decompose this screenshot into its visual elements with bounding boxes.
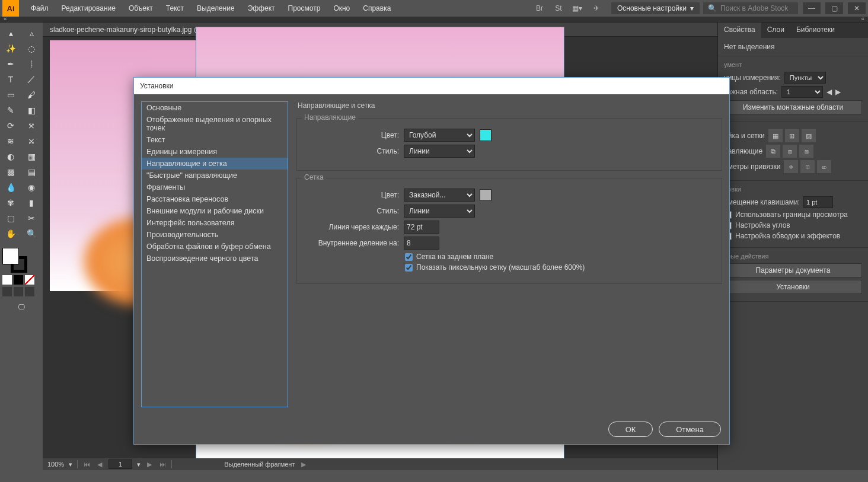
magic-wand-tool[interactable]: ✨	[1, 42, 20, 56]
rectangle-tool[interactable]: ▭	[1, 88, 20, 102]
gradient-tool[interactable]: ▤	[22, 165, 41, 179]
maximize-button[interactable]: ▢	[825, 2, 843, 14]
snap-point-icon[interactable]: ⎆	[784, 160, 798, 173]
menu-effect[interactable]: Эффект	[242, 2, 281, 15]
paintbrush-tool[interactable]: 🖌	[22, 88, 41, 102]
menu-file[interactable]: Файл	[25, 2, 55, 15]
zoom-tool[interactable]: 🔍	[22, 226, 41, 241]
lasso-tool[interactable]: ◌	[22, 42, 41, 56]
first-page-button[interactable]: ⏮	[82, 461, 91, 468]
status-play-icon[interactable]: ▶	[299, 461, 308, 468]
symbol-sprayer-tool[interactable]: ✾	[1, 196, 20, 210]
prefs-cat-slices[interactable]: Фрагменты	[142, 181, 288, 193]
stock-icon[interactable]: St	[551, 2, 566, 14]
type-tool[interactable]: T	[1, 72, 20, 87]
guides-show-icon[interactable]: ⧉	[766, 145, 780, 158]
grid-color-select[interactable]: Заказной...	[404, 189, 475, 202]
artboard-tool[interactable]: ▢	[1, 211, 20, 225]
workspace-switcher[interactable]: Основные настройки▾	[611, 2, 700, 14]
width-tool[interactable]: ≋	[1, 134, 20, 148]
curvature-tool[interactable]: ⦚	[22, 57, 41, 71]
draw-normal-icon[interactable]	[2, 287, 12, 296]
scale-tool[interactable]: ⤧	[22, 119, 41, 133]
none-mode-icon[interactable]	[25, 275, 34, 285]
mesh-tool[interactable]: ▩	[1, 165, 20, 179]
graph-tool[interactable]: ▮	[22, 196, 41, 210]
units-select[interactable]: Пункты	[784, 72, 826, 84]
prev-page-button[interactable]: ◀	[95, 461, 104, 468]
document-params-button[interactable]: Параметры документа	[724, 263, 862, 277]
collapse-left-icon[interactable]: «	[4, 15, 7, 22]
slice-tool[interactable]: ✂	[22, 211, 41, 225]
snap-pixel-icon[interactable]: ⎄	[817, 160, 831, 173]
minimize-button[interactable]: ―	[803, 2, 821, 14]
menu-select[interactable]: Выделение	[191, 2, 241, 15]
prev-artboard-icon[interactable]: ◀	[826, 88, 832, 96]
guides-color-select[interactable]: Голубой	[404, 129, 475, 142]
guides-lock-icon[interactable]: ⧈	[783, 145, 797, 158]
chevron-down-icon[interactable]: ▾	[69, 461, 72, 468]
color-mode-icon[interactable]	[2, 275, 12, 285]
prefs-cat-type[interactable]: Текст	[142, 134, 288, 146]
search-stock-field[interactable]: 🔍 Поиск в Adobe Stock	[703, 2, 798, 14]
tab-layers[interactable]: Слои	[761, 23, 790, 38]
guides-color-swatch[interactable]	[480, 129, 492, 141]
show-pixel-grid-checkbox[interactable]	[405, 264, 413, 272]
hand-tool[interactable]: ✋	[1, 226, 20, 241]
prefs-cat-black[interactable]: Воспроизведение черного цвета	[142, 253, 288, 264]
prefs-cat-file-handling[interactable]: Обработка файлов и буфер обмена	[142, 241, 288, 253]
subdivisions-input[interactable]	[404, 237, 439, 250]
gradient-mode-icon[interactable]	[14, 275, 23, 285]
collapse-right-icon[interactable]: «	[861, 15, 864, 22]
transparency-grid-icon[interactable]: ▨	[802, 129, 816, 142]
line-tool[interactable]: ／	[22, 72, 41, 87]
prefs-cat-ui[interactable]: Интерфейс пользователя	[142, 217, 288, 229]
next-page-button[interactable]: ▶	[145, 461, 154, 468]
smart-guides-icon[interactable]: ⧇	[799, 145, 813, 158]
grid-style-select[interactable]: Линии	[404, 205, 475, 218]
zoom-level[interactable]: 100%	[47, 461, 64, 468]
direct-selection-tool[interactable]: ▵	[22, 26, 41, 40]
next-artboard-icon[interactable]: ▶	[835, 88, 841, 96]
eraser-tool[interactable]: ◧	[22, 103, 41, 117]
blend-tool[interactable]: ◉	[22, 180, 41, 194]
draw-inside-icon[interactable]	[25, 287, 34, 296]
menu-edit[interactable]: Редактирование	[56, 2, 122, 15]
prefs-cat-plugins[interactable]: Внешние модули и рабочие диски	[142, 205, 288, 217]
menu-window[interactable]: Окно	[327, 2, 356, 15]
dialog-titlebar[interactable]: Установки	[134, 78, 729, 94]
chevron-down-icon[interactable]: ▾	[137, 461, 141, 468]
grid-toggle-icon[interactable]: ⊞	[785, 129, 799, 142]
eyedropper-tool[interactable]: 💧	[1, 180, 20, 194]
prefs-cat-selection[interactable]: Отображение выделения и опорных точек	[142, 114, 288, 134]
menu-text[interactable]: Текст	[160, 2, 190, 15]
shape-builder-tool[interactable]: ◐	[1, 149, 20, 164]
free-transform-tool[interactable]: ⤩	[22, 134, 41, 148]
pen-tool[interactable]: ✒	[1, 57, 20, 71]
menu-object[interactable]: Объект	[123, 2, 159, 15]
screen-mode-icon[interactable]: 🖵	[12, 300, 31, 314]
fill-swatch[interactable]	[2, 248, 19, 264]
edit-artboards-button[interactable]: Изменить монтажные области	[724, 100, 862, 114]
last-page-button[interactable]: ⏭	[158, 461, 167, 468]
tab-properties[interactable]: Свойства	[718, 23, 761, 38]
prefs-cat-smart-guides[interactable]: "Быстрые" направляющие	[142, 170, 288, 181]
prefs-cat-hyphenation[interactable]: Расстановка переносов	[142, 193, 288, 205]
shaper-tool[interactable]: ✎	[1, 103, 20, 117]
tab-libraries[interactable]: Библиотеки	[790, 23, 841, 38]
keyboard-increment-input[interactable]	[803, 196, 833, 208]
gpu-icon[interactable]: ✈	[589, 2, 604, 14]
close-button[interactable]: ✕	[848, 2, 866, 14]
arrange-docs-icon[interactable]: ▦▾	[570, 2, 585, 14]
grid-in-back-checkbox[interactable]	[405, 253, 413, 261]
prefs-cat-units[interactable]: Единицы измерения	[142, 146, 288, 158]
prefs-cat-general[interactable]: Основные	[142, 102, 288, 114]
menu-help[interactable]: Справка	[357, 2, 397, 15]
guides-style-select[interactable]: Линии	[404, 145, 475, 158]
draw-behind-icon[interactable]	[14, 287, 23, 296]
perspective-tool[interactable]: ▦	[22, 149, 41, 164]
selection-tool[interactable]: ▴	[1, 26, 20, 40]
gridline-every-input[interactable]	[404, 221, 439, 234]
preferences-button[interactable]: Установки	[724, 280, 862, 294]
prefs-cat-performance[interactable]: Производительность	[142, 229, 288, 241]
